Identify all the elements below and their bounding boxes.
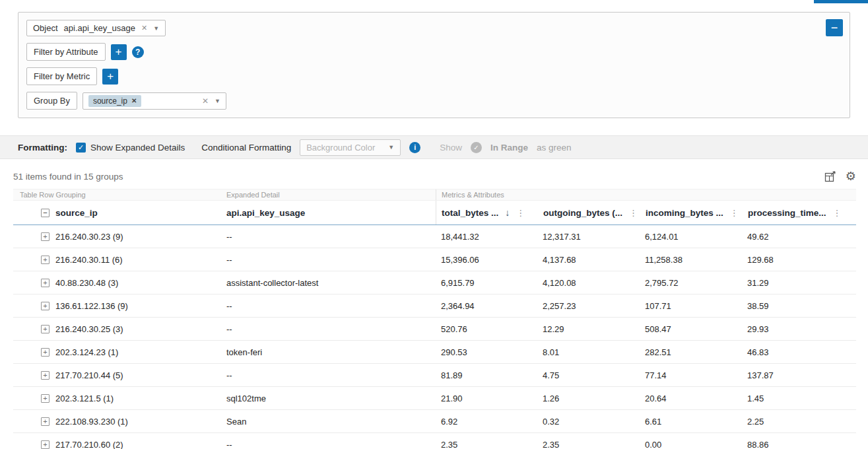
expand-row-icon[interactable]: + [41,417,50,426]
metric-cell: 129.68 [742,255,856,265]
group-column-label: source_ip [55,208,98,218]
clear-group-by-icon[interactable]: ✕ [202,96,209,106]
row-group-label: 136.61.122.136 (9) [55,301,128,311]
add-attribute-filter-button[interactable]: + [111,44,127,60]
collapse-panel-button[interactable]: − [826,19,843,36]
metric-cell: 1.26 [537,394,640,403]
metric-cell: 77.14 [640,370,742,380]
column-menu-icon[interactable]: ⋮ [516,208,525,218]
table-settings-gear-icon[interactable]: ⚙ [846,170,856,182]
row-metric-cells: 18,441.3212,317.316,124.0149.62 [436,225,856,248]
object-row: Object api.api_key_usage ✕ ▼ − [26,20,842,36]
checkbox-checked-icon[interactable]: ✓ [76,143,86,153]
object-label: Object [33,23,58,33]
column-menu-icon[interactable]: ⋮ [730,208,739,218]
expand-row-icon[interactable]: + [41,256,50,264]
metric-cell: 31.29 [742,278,856,288]
group-by-chip[interactable]: source_ip ✕ [88,95,141,107]
sort-descending-icon[interactable]: ↓ [505,207,510,218]
object-remove-icon[interactable]: ✕ [141,24,147,32]
results-status-row: 51 items found in 15 groups ⚙ [13,170,856,182]
expand-row-icon[interactable]: + [41,279,50,287]
metric-cell: 12.29 [537,324,640,334]
metric-column-label: total_bytes ... [442,208,498,218]
row-metric-cells: 6,915.794,120.082,795.7231.29 [436,271,856,294]
filter-by-metric-button[interactable]: Filter by Metric [26,67,97,85]
export-csv-icon[interactable] [824,171,836,182]
table-column-header-row: − source_ip api.api_key_usage total_byte… [13,201,856,225]
in-range-check-icon: ✓ [471,142,482,153]
metric-cell: 6,915.79 [436,278,537,288]
metric-cell: 11,258.38 [640,255,742,265]
metric-column-header[interactable]: processing_time... ⋮ [743,208,856,218]
metric-cell: 0.00 [640,440,742,449]
in-range-label: In Range [490,143,528,153]
metric-column-header[interactable]: total_bytes ... ↓ ⋮ [436,207,538,218]
group-by-select[interactable]: source_ip ✕ ✕ ▼ [83,92,226,110]
collapse-all-rows-icon[interactable]: − [41,209,50,217]
group-by-caret-icon[interactable]: ▼ [215,98,220,104]
table-row: +40.88.230.48 (3)assistant-collector-lat… [13,271,856,294]
row-metric-cells: 21.901.2620.641.45 [436,387,856,409]
query-builder-panel: Object api.api_key_usage ✕ ▼ − Filter by… [18,12,850,118]
metric-cell: 6.92 [436,417,537,427]
add-metric-filter-button[interactable]: + [102,69,118,85]
expand-row-icon[interactable]: + [41,394,50,403]
metric-cell: 1.45 [742,394,856,403]
row-group-label: 217.70.210.60 (2) [55,440,123,449]
metric-cell: 520.76 [436,324,537,334]
row-metric-cells: 290.538.01282.5146.83 [436,341,856,363]
background-color-dropdown[interactable]: Background Color ▼ [300,139,401,156]
group-column-header[interactable]: − source_ip [13,208,226,218]
column-menu-icon[interactable]: ⋮ [629,208,638,218]
background-color-caret-icon: ▼ [388,144,394,151]
group-by-button[interactable]: Group By [26,92,77,110]
row-detail-cell: -- [226,255,436,265]
row-group-cell: +202.3.124.23 (1) [13,347,226,357]
top-accent-strip [814,0,868,3]
expand-row-icon[interactable]: + [41,371,50,380]
row-group-label: 202.3.121.5 (1) [55,394,114,403]
row-detail-cell: -- [226,370,436,380]
metric-cell: 21.90 [436,394,537,403]
row-group-label: 202.3.124.23 (1) [55,347,118,357]
expand-row-icon[interactable]: + [41,348,50,357]
table-row: +216.240.30.11 (6)--15,396.064,137.6811,… [13,248,856,271]
metric-cell: 15,396.06 [436,255,537,265]
object-selector[interactable]: Object api.api_key_usage ✕ ▼ [26,20,166,36]
info-icon[interactable]: i [409,142,420,153]
row-detail-cell: sql102tme [226,394,436,403]
detail-column-header[interactable]: api.api_key_usage [226,208,436,218]
help-icon[interactable]: ? [132,46,144,58]
expand-row-icon[interactable]: + [41,302,50,310]
metric-cell: 2,257.23 [537,301,640,311]
metric-column-header[interactable]: outgoing_bytes (... ⋮ [538,208,640,218]
expand-row-icon[interactable]: + [41,325,50,333]
table-row: +136.61.122.136 (9)--2,364.942,257.23107… [13,294,856,318]
row-group-cell: +216.240.30.11 (6) [13,255,226,265]
table-body: +216.240.30.23 (9)--18,441.3212,317.316,… [13,225,856,449]
row-detail-cell: assistant-collector-latest [226,278,436,288]
chip-remove-icon[interactable]: ✕ [131,97,137,104]
expand-row-icon[interactable]: + [41,232,50,241]
formatting-label: Formatting: [18,143,67,153]
row-metric-cells: 6.920.326.612.25 [436,410,856,432]
metric-cell: 12,317.31 [537,232,640,242]
row-group-cell: +222.108.93.230 (1) [13,417,226,427]
metric-cell: 0.32 [537,417,640,427]
column-menu-icon[interactable]: ⋮ [833,208,842,218]
row-detail-cell: token-feri [226,347,436,357]
row-group-cell: +217.70.210.60 (2) [13,440,226,449]
filter-by-attribute-button[interactable]: Filter by Attribute [26,43,106,61]
expand-row-icon[interactable]: + [41,440,50,449]
row-detail-cell: -- [226,440,436,449]
as-green-label: as green [537,143,572,153]
background-color-placeholder: Background Color [306,143,375,153]
metric-cell: 2,795.72 [640,278,742,288]
metric-cell: 2.35 [436,440,537,449]
table-row: +216.240.30.25 (3)--520.7612.29508.4729.… [13,318,856,341]
metric-column-header[interactable]: incoming_bytes ... ⋮ [640,208,743,218]
results-table: Table Row Grouping Expanded Detail Metri… [13,189,856,449]
show-expanded-details-toggle[interactable]: ✓ Show Expanded Details [76,143,185,153]
object-caret-icon[interactable]: ▼ [153,25,159,32]
